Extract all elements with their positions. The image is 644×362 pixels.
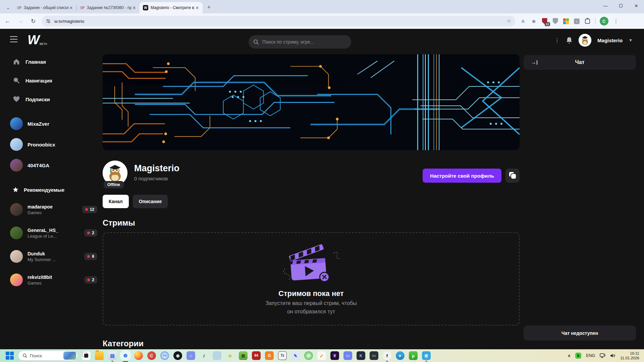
- recommended-channel[interactable]: GeneraL_HS_ League of Le... 2: [0, 221, 103, 245]
- extensions-puzzle-icon[interactable]: [584, 18, 591, 24]
- sidebar-item-home[interactable]: Главная: [0, 52, 103, 71]
- window-minimize-button[interactable]: —: [598, 0, 613, 11]
- chat-unavailable-button[interactable]: Чат недоступен: [524, 325, 636, 341]
- categories-heading: Категории: [103, 339, 520, 348]
- chrome-icon[interactable]: [121, 351, 130, 360]
- magic-wand-app-icon[interactable]: ★: [226, 351, 234, 360]
- share-app-icon[interactable]: ∴: [186, 351, 195, 360]
- foobar2000-icon[interactable]: f: [383, 351, 391, 360]
- file-explorer-icon[interactable]: [95, 351, 104, 360]
- tray-chevron-icon[interactable]: ∧: [568, 353, 571, 358]
- utorrent-icon[interactable]: µ: [409, 351, 418, 360]
- viewers-badge: 2: [84, 276, 97, 284]
- obs-studio-icon[interactable]: ◉: [173, 351, 182, 360]
- tab-description[interactable]: Описание: [133, 195, 168, 208]
- ghost-app-icon[interactable]: [213, 351, 221, 360]
- recommended-channel[interactable]: madarapoe Games 12: [0, 198, 103, 221]
- movie-maker-icon[interactable]: 321: [370, 351, 378, 360]
- downloads-icon[interactable]: ↓: [574, 18, 580, 24]
- back-button[interactable]: ←: [3, 16, 13, 26]
- taskbar-search[interactable]: Поиск: [18, 351, 78, 361]
- customize-profile-button[interactable]: Настройте свой профиль: [423, 169, 501, 183]
- followed-channel[interactable]: 404T4GA: [0, 155, 103, 176]
- language-indicator[interactable]: ENG: [586, 353, 595, 358]
- channel-avatar: [10, 203, 23, 216]
- streams-heading: Стримы: [103, 218, 520, 228]
- followed-channel[interactable]: MixaZver: [0, 113, 103, 134]
- firefox-icon[interactable]: [134, 351, 143, 360]
- status-badge: Offline: [104, 181, 124, 188]
- channel-name: Dunduk: [28, 251, 56, 256]
- recommended-channel[interactable]: rekvizit8bit Games 2: [0, 268, 103, 292]
- remote-desktop-icon[interactable]: ▭: [343, 351, 352, 360]
- browser-tab-2[interactable]: SP Задание №2739360 - просмотр ✕: [76, 2, 140, 13]
- channel-name: GeneraL_HS_: [28, 228, 58, 233]
- reload-button[interactable]: ↻: [28, 16, 38, 26]
- pcb-tool-icon[interactable]: ▦: [239, 351, 248, 360]
- bookmark-star-icon[interactable]: ☆: [507, 18, 511, 24]
- site-settings-icon[interactable]: [46, 18, 51, 24]
- notepad-editor-icon[interactable]: ✎: [291, 351, 300, 360]
- kmplayer-icon[interactable]: K: [357, 351, 365, 360]
- viewers-badge: 2: [84, 229, 97, 237]
- recommended-channel[interactable]: Dunduk My Summer ... 6: [0, 245, 103, 268]
- clock-time: 16:11: [620, 351, 639, 356]
- live-dot: [85, 208, 88, 211]
- kaspersky-tray-icon[interactable]: k: [575, 353, 581, 359]
- sidebar-item-label: Главная: [25, 59, 46, 65]
- tab-close-icon[interactable]: ✕: [195, 5, 200, 10]
- chat-panel: → Чат Чат недоступен: [524, 29, 636, 349]
- acrobat-extension-icon[interactable]: A: [520, 18, 526, 24]
- browser-tab-1[interactable]: SP Задания - общий список задан ✕: [13, 2, 76, 13]
- backup-app-icon[interactable]: ▤: [108, 351, 117, 360]
- start-button[interactable]: [5, 351, 14, 360]
- shield-extension-icon[interactable]: [552, 18, 558, 24]
- aida64-icon[interactable]: 64: [252, 351, 261, 360]
- site-logo[interactable]: W BETA: [28, 34, 47, 46]
- telegram-icon[interactable]: ➤: [396, 351, 405, 360]
- apps-grid-extension-icon[interactable]: [563, 18, 569, 24]
- share-button[interactable]: [505, 169, 520, 183]
- forward-button[interactable]: →: [15, 16, 25, 26]
- network-tool-icon[interactable]: ➤: [304, 351, 313, 360]
- url-text: w.tv/magisterio: [54, 19, 507, 24]
- taskbar-clock[interactable]: 16:11 11.01.2026: [620, 351, 639, 361]
- volume-icon[interactable]: [610, 353, 615, 358]
- seven-zip-icon[interactable]: 7z: [278, 351, 287, 360]
- sidebar-item-subscriptions[interactable]: Подписки: [0, 90, 103, 109]
- chat-header: → Чат: [524, 55, 636, 70]
- empty-state-text: Запустите ваш первый стрим, чтобы: [265, 300, 357, 306]
- sidebar-item-navigation[interactable]: Навигация: [0, 71, 103, 90]
- network-icon[interactable]: [600, 353, 605, 358]
- notes-app-icon[interactable]: ≣: [422, 351, 431, 360]
- adguard-extension-icon[interactable]: 12: [541, 18, 548, 24]
- character-app-icon[interactable]: ♛: [330, 351, 339, 360]
- ccleaner-icon[interactable]: C: [147, 351, 156, 360]
- browser-profile-avatar[interactable]: C: [600, 17, 608, 25]
- browser-menu-icon[interactable]: ⋮: [613, 18, 619, 24]
- tab-close-icon[interactable]: ✕: [131, 5, 137, 10]
- window-maximize-button[interactable]: [613, 0, 629, 11]
- tab-channel[interactable]: Канал: [103, 195, 129, 208]
- browser-tab-3-active[interactable]: W Magisterio - Смотрите в Лайве ✕: [140, 2, 203, 13]
- task-view-icon[interactable]: [82, 351, 91, 360]
- audio-app-icon[interactable]: ♪: [200, 351, 208, 360]
- tab-search-icon[interactable]: ⌄: [3, 3, 13, 12]
- channel-avatar: [10, 250, 23, 263]
- hamburger-menu-icon[interactable]: [10, 36, 17, 42]
- address-bar[interactable]: w.tv/magisterio ☆: [42, 16, 515, 26]
- window-close-button[interactable]: ✕: [629, 0, 644, 11]
- search-highlight-image[interactable]: [63, 352, 76, 360]
- checkmark-app-icon[interactable]: ✓: [317, 351, 326, 360]
- new-tab-button[interactable]: ＋: [205, 3, 213, 11]
- tab-title: Задание №2739360 - просмотр: [87, 5, 131, 10]
- followed-channel[interactable]: Pronoobicx: [0, 134, 103, 155]
- live-dot: [87, 232, 90, 234]
- gpdf-converter-icon[interactable]: G: [265, 351, 274, 360]
- tab-close-icon[interactable]: ✕: [68, 5, 74, 10]
- recommended-title: Рекомендуемые: [24, 187, 64, 193]
- globe-extension-icon[interactable]: ⊕: [531, 18, 537, 24]
- media-player-yu-icon[interactable]: YU: [160, 351, 169, 360]
- browser-tabstrip: ⌄ SP Задания - общий список задан ✕ SP З…: [0, 0, 644, 13]
- channel-avatar: [10, 227, 23, 239]
